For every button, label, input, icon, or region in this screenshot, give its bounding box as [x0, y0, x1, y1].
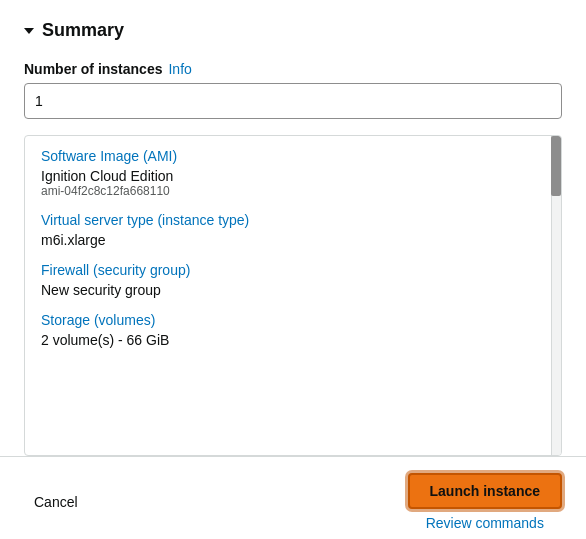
summary-title: Summary [42, 20, 124, 41]
storage-section: Storage (volumes) 2 volume(s) - 66 GiB [41, 312, 545, 348]
cancel-button[interactable]: Cancel [24, 488, 88, 516]
instance-type-label[interactable]: Virtual server type (instance type) [41, 212, 545, 228]
scrollable-inner: Software Image (AMI) Ignition Cloud Edit… [25, 136, 561, 374]
right-actions: Launch instance Review commands [408, 473, 562, 531]
footer: Cancel Launch instance Review commands [24, 457, 562, 539]
storage-value: 2 volume(s) - 66 GiB [41, 332, 545, 348]
instance-type-value: m6i.xlarge [41, 232, 545, 248]
launch-instance-button[interactable]: Launch instance [408, 473, 562, 509]
instances-field-label: Number of instances Info [24, 61, 562, 77]
firewall-value: New security group [41, 282, 545, 298]
instance-type-section: Virtual server type (instance type) m6i.… [41, 212, 545, 248]
storage-label[interactable]: Storage (volumes) [41, 312, 545, 328]
scrollbar-thumb[interactable] [551, 136, 561, 196]
summary-header: Summary [24, 20, 562, 41]
ami-value: Ignition Cloud Edition [41, 168, 545, 184]
review-commands-link[interactable]: Review commands [426, 515, 544, 531]
ami-label[interactable]: Software Image (AMI) [41, 148, 545, 164]
ami-sub-value: ami-04f2c8c12fa668110 [41, 184, 545, 198]
instances-label-text: Number of instances [24, 61, 162, 77]
instances-input[interactable] [24, 83, 562, 119]
firewall-section: Firewall (security group) New security g… [41, 262, 545, 298]
info-link[interactable]: Info [168, 61, 191, 77]
firewall-label[interactable]: Firewall (security group) [41, 262, 545, 278]
instances-field-group: Number of instances Info [24, 61, 562, 119]
ami-section: Software Image (AMI) Ignition Cloud Edit… [41, 148, 545, 198]
scrollbar-track[interactable] [551, 136, 561, 455]
summary-panel: Summary Number of instances Info Softwar… [0, 0, 586, 539]
chevron-down-icon[interactable] [24, 28, 34, 34]
scrollable-section[interactable]: Software Image (AMI) Ignition Cloud Edit… [24, 135, 562, 456]
